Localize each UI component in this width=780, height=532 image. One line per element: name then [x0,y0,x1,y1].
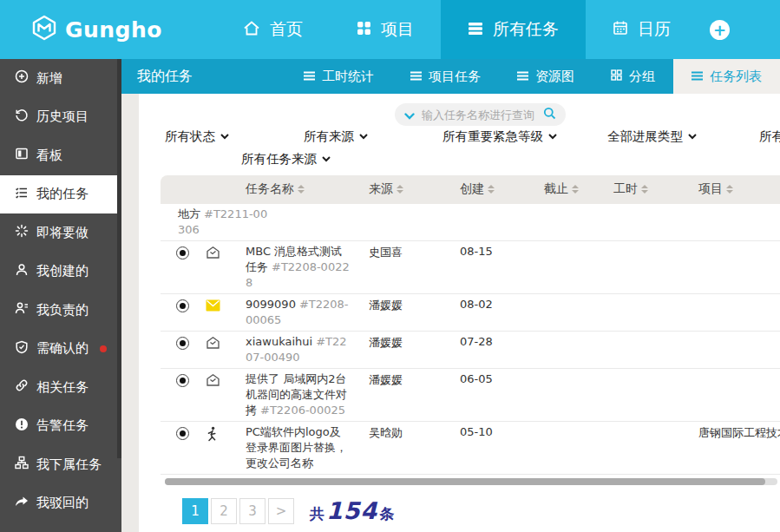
table-row[interactable]: 9099090#T2208-00065 潘媛媛 08-02 [161,294,780,332]
sidebar-item-created-by-me[interactable]: 我创建的 [0,253,121,292]
radio-button[interactable] [176,427,189,440]
radio-button[interactable] [176,374,189,387]
sort-icon[interactable] [726,185,733,194]
filter-status[interactable]: 所有状态 [165,128,229,145]
task-name[interactable]: MBC 消息格式测试任务#T2208-00228 [246,244,351,291]
sidebar-item-rejected-by-me[interactable]: 我驳回的 [0,484,121,523]
sidebar-item-to-confirm[interactable]: 需确认的 [0,330,121,369]
filter-label: 全部进展类型 [607,128,683,145]
column-header-created[interactable]: 创建 [460,181,495,197]
column-label: 工时 [613,181,638,197]
column-header-source[interactable]: 来源 [369,181,403,197]
app-logo-text: Gungho [65,17,162,43]
radio-button[interactable] [176,246,189,259]
topbar: Gungho 首页 项目 [0,0,780,59]
page-button-2[interactable]: 2 [211,498,237,524]
table-row[interactable]: MBC 消息格式测试任务#T2208-00228 史国喜 08-15 [161,241,780,294]
sidebar: 新增 历史项目 看板 我的任务 [0,59,121,532]
sidebar-item-new[interactable]: 新增 [0,59,121,98]
nav-item-all-tasks[interactable]: 所有任务 [441,0,586,59]
task-name[interactable]: 提供了 局域网内2台机器间的高速文件对拷#T2206-00025 [246,371,351,418]
filter-label: 所有重要紧急等级 [442,128,543,145]
spinner-icon [15,224,29,241]
search-input[interactable] [422,108,536,122]
column-header-hours[interactable]: 工时 [613,181,648,197]
sidebar-item-related-tasks[interactable]: 相关任务 [0,368,121,407]
nav-item-home[interactable]: 首页 [216,0,330,59]
filter-clipped[interactable]: 所有 [759,128,780,145]
sidebar-item-label: 看板 [36,148,62,164]
tab-resource-map[interactable]: 资源图 [499,59,593,94]
task-list-icon [15,186,29,203]
table-row[interactable]: PC端软件内logo及登录界面图片替换，更改公司名称 吴晗勋 05-10 唐钢国… [161,422,780,475]
table-row[interactable]: 地方#T2211-00306 [161,204,780,241]
org-chart-icon [15,456,29,473]
filter-label: 所有状态 [165,128,215,145]
radio-button[interactable] [176,337,189,350]
sidebar-item-label: 我的任务 [36,186,88,202]
sidebar-item-label: 我负责的 [36,302,88,319]
total-prefix: 共 [310,504,324,524]
next-page-button[interactable]: > [268,498,294,524]
filter-progress-type[interactable]: 全部进展类型 [607,128,697,145]
nav-item-calendar[interactable]: 日历 [586,0,698,59]
sort-icon[interactable] [488,185,495,194]
content-panel: 所有状态 所有来源 所有重要紧急等级 全部进展类型 所有 所有任务来源 任务名称 [139,94,780,532]
task-created: 05-10 [460,425,493,438]
page-title: 我的任务 [137,68,193,86]
task-name[interactable]: 地方#T2211-00306 [178,207,270,238]
total-number: 154 [326,497,377,524]
filter-priority[interactable]: 所有重要紧急等级 [442,128,557,145]
sidebar-item-my-tasks[interactable]: 我的任务 [0,175,121,214]
sidebar-item-label: 相关任务 [36,379,88,396]
tab-task-list[interactable]: 任务列表 [673,59,780,94]
column-header-project[interactable]: 项目 [698,181,733,197]
add-button[interactable]: + [710,20,730,40]
task-name[interactable]: PC端软件内logo及登录界面图片替换，更改公司名称 [246,424,351,471]
tab-label: 分组 [629,69,655,85]
table-row[interactable]: xiawukaihui#T2207-00490 潘媛媛 07-28 [161,332,780,369]
column-label: 项目 [698,181,723,197]
tab-grouping[interactable]: 分组 [593,59,673,94]
sidebar-item-kanban[interactable]: 看板 [0,136,121,175]
filter-label: 所有 [759,128,780,145]
user-icon [15,263,29,280]
chevron-down-icon[interactable] [404,107,415,123]
task-name[interactable]: xiawukaihui#T2207-00490 [246,334,351,365]
radio-button[interactable] [176,299,189,312]
task-name[interactable]: 9099090#T2208-00065 [246,297,351,328]
sidebar-scrollbar[interactable] [117,59,121,458]
table-row[interactable]: 提供了 局域网内2台机器间的高速文件对拷#T2206-00025 潘媛媛 06-… [161,369,780,422]
envelope-open-icon [206,373,220,391]
app-logo[interactable]: Gungho [31,15,162,44]
sort-icon[interactable] [572,185,579,194]
chevron-down-icon [548,134,557,140]
sort-icon[interactable] [641,185,648,194]
task-created: 06-05 [460,372,493,385]
column-header-due[interactable]: 截止 [544,181,579,197]
column-header-name[interactable]: 任务名称 [246,181,305,197]
sidebar-item-upcoming[interactable]: 即将要做 [0,213,121,253]
filter-source[interactable]: 所有来源 [304,128,368,145]
hamburger-icon [517,69,528,84]
scrollbar-thumb[interactable] [165,478,765,485]
page-button-1[interactable]: 1 [182,498,208,524]
search-bar[interactable] [395,103,566,126]
tab-hours-stats[interactable]: 工时统计 [285,59,392,94]
sidebar-item-alert-tasks[interactable]: 告警任务 [0,407,121,446]
horizontal-scrollbar[interactable] [165,478,777,485]
kanban-icon [15,147,29,164]
sort-icon[interactable] [397,185,403,194]
page-button-3[interactable]: 3 [239,498,265,524]
search-icon[interactable] [543,107,556,123]
sidebar-item-subordinate-tasks[interactable]: 我下属任务 [0,445,121,484]
subheader: 我的任务 工时统计 项目任务 资源图 分组 [121,59,780,94]
sidebar-item-assigned-to-me[interactable]: 我负责的 [0,291,121,330]
sort-icon[interactable] [298,185,305,194]
shield-icon [15,340,29,358]
nav-item-projects[interactable]: 项目 [330,0,441,59]
tab-project-tasks[interactable]: 项目任务 [392,59,499,94]
sidebar-item-history-projects[interactable]: 历史项目 [0,98,121,137]
filter-task-source[interactable]: 所有任务来源 [241,151,331,167]
tab-label: 工时统计 [322,69,374,85]
